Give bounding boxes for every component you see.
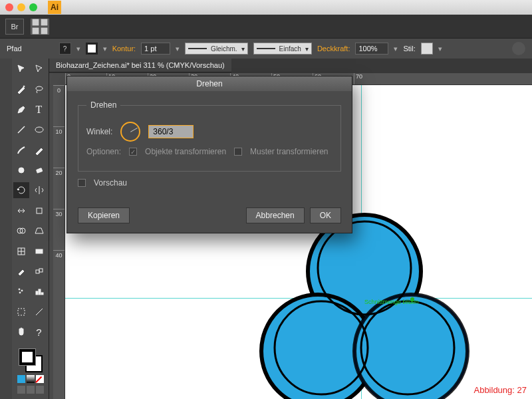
rotate-tool[interactable] [13, 182, 29, 198]
panel-menu-button[interactable] [512, 42, 525, 55]
draw-inside[interactable] [36, 386, 44, 394]
fill-swatch[interactable]: ? [59, 43, 71, 55]
svg-rect-16 [39, 269, 43, 272]
graphic-style-swatch[interactable] [421, 43, 433, 55]
slice-tool[interactable] [31, 304, 47, 320]
color-mode-gradient[interactable] [27, 375, 35, 383]
line-icon [16, 124, 27, 135]
preview-label: Vorschau [94, 178, 127, 188]
hand-icon [16, 327, 27, 337]
control-bar: Pfad ? ▾ ▾ Kontur: ▾ Gleichm.▾ Einfach▾ … [0, 39, 532, 59]
pencil-icon [34, 145, 45, 156]
pen-icon [16, 104, 27, 115]
shapebuilder-icon [16, 225, 27, 236]
svg-rect-14 [36, 249, 43, 253]
perspective-icon [34, 225, 45, 236]
chevron-down-icon[interactable]: ▾ [394, 45, 398, 53]
close-window-button[interactable] [5, 3, 13, 11]
shape-builder-tool[interactable] [13, 223, 29, 239]
app-logo: Ai [48, 1, 61, 14]
eraser-tool[interactable] [31, 162, 47, 178]
zoom-window-button[interactable] [29, 3, 37, 11]
symbol-sprayer-tool[interactable] [13, 283, 29, 299]
chart-icon [34, 286, 45, 297]
transform-icon [34, 205, 45, 216]
svg-rect-23 [18, 309, 25, 315]
eyedropper-tool[interactable] [13, 263, 29, 279]
spray-icon [16, 286, 27, 297]
stroke-swatch[interactable] [86, 43, 98, 55]
direct-selection-tool[interactable] [31, 61, 47, 77]
svg-rect-10 [37, 208, 42, 213]
eraser-icon [34, 165, 45, 176]
color-mode-none[interactable] [36, 375, 44, 383]
fill-color-well[interactable] [19, 348, 36, 366]
brush-icon [16, 145, 27, 156]
arrange-docs-button[interactable] [31, 19, 49, 35]
pen-tool[interactable] [13, 102, 29, 118]
angle-dial[interactable] [120, 122, 140, 142]
svg-rect-9 [36, 168, 42, 173]
vertical-ruler: 010203040 [53, 85, 65, 399]
chevron-down-icon[interactable]: ▾ [103, 45, 107, 53]
transform-objects-checkbox[interactable]: ✓ [129, 148, 137, 156]
pencil-tool[interactable] [31, 142, 47, 158]
ellipse-tool[interactable] [31, 122, 47, 138]
ok-button[interactable]: OK [310, 207, 341, 223]
color-mode-solid[interactable] [17, 375, 25, 383]
type-tool[interactable]: T [31, 102, 47, 118]
reflect-tool[interactable] [31, 182, 47, 198]
gradient-tool[interactable] [31, 243, 47, 259]
chevron-down-icon[interactable]: ▾ [176, 45, 180, 53]
svg-point-19 [19, 292, 21, 293]
artboard-icon [16, 307, 27, 317]
chevron-down-icon[interactable]: ▾ [438, 45, 442, 53]
transform-patterns-checkbox[interactable] [234, 148, 242, 156]
svg-rect-1 [41, 19, 48, 25]
bridge-button[interactable]: Br [5, 19, 24, 35]
selection-tool[interactable] [13, 61, 29, 77]
opacity-input[interactable] [355, 43, 388, 55]
fieldset-legend: Drehen [86, 100, 120, 110]
stroke-profile-dropdown[interactable]: Gleichm.▾ [185, 43, 247, 55]
minimize-window-button[interactable] [17, 3, 25, 11]
blend-icon [34, 266, 45, 277]
ellipse-icon [34, 124, 45, 135]
cancel-button[interactable]: Abbrechen [246, 207, 305, 223]
width-tool[interactable] [13, 203, 29, 219]
rotate-dialog: Drehen Drehen Winkel: Optionen: ✓ Objekt… [66, 76, 352, 233]
width-icon [16, 205, 27, 216]
artboard-tool[interactable] [13, 304, 29, 320]
app-menubar: Br [0, 15, 532, 39]
blob-icon [16, 165, 27, 176]
figure-caption: Abbildung: 27 [473, 385, 527, 395]
blend-tool[interactable] [31, 263, 47, 279]
magic-wand-tool[interactable] [13, 81, 29, 97]
brush-dropdown[interactable]: Einfach▾ [253, 43, 312, 55]
chevron-down-icon[interactable]: ▾ [76, 45, 80, 53]
panel-tab-strip [0, 59, 12, 399]
document-tab[interactable]: Biohazard_Zeichen.ai* bei 311 % (CMYK/Vo… [49, 59, 231, 72]
free-transform-tool[interactable] [31, 203, 47, 219]
preview-checkbox[interactable] [78, 179, 86, 187]
line-tool[interactable] [13, 122, 29, 138]
eyedropper-icon [16, 266, 27, 277]
copy-button[interactable]: Kopieren [78, 207, 130, 223]
mesh-tool[interactable] [13, 243, 29, 259]
lasso-tool[interactable] [31, 81, 47, 97]
hand-tool[interactable] [13, 324, 29, 340]
paintbrush-tool[interactable] [13, 142, 29, 158]
draw-behind[interactable] [27, 386, 35, 394]
perspective-grid-tool[interactable] [31, 223, 47, 239]
svg-rect-15 [36, 270, 39, 273]
dialog-title: Drehen [67, 76, 352, 91]
svg-rect-21 [39, 289, 41, 295]
rotate-fieldset: Drehen Winkel: Optionen: ✓ Objekte trans… [78, 100, 341, 172]
column-graph-tool[interactable] [31, 283, 47, 299]
draw-normal[interactable] [17, 386, 25, 394]
stroke-weight-input[interactable] [141, 43, 170, 55]
blob-brush-tool[interactable] [13, 162, 29, 178]
angle-input[interactable] [148, 125, 194, 138]
zoom-tool[interactable]: ? [31, 324, 47, 340]
mirror-icon [34, 185, 45, 196]
